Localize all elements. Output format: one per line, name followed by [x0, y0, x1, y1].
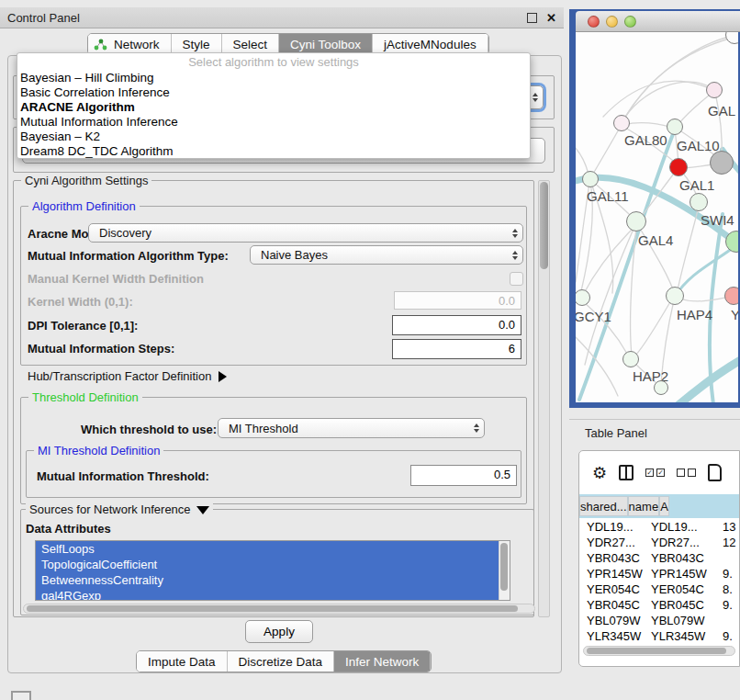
network-node-label: GAL4	[638, 232, 673, 248]
control-panel-titlebar: Control Panel ✕	[0, 7, 564, 28]
network-node-label: GCY1	[576, 309, 611, 324]
bottom-tabbar: Impute DataDiscretize DataInfer Network	[136, 650, 432, 672]
attributes-vscrollbar[interactable]	[499, 541, 510, 600]
close-traffic-light[interactable]	[588, 16, 600, 28]
zoom-traffic-light[interactable]	[624, 16, 636, 28]
table-row[interactable]: YDL19... YDL19... 13	[579, 519, 739, 535]
mi-steps-field[interactable]: 6	[392, 339, 521, 359]
table-row[interactable]: YBR043C YBR043C	[579, 550, 739, 566]
which-threshold-combo[interactable]: MI Threshold	[218, 418, 485, 438]
cell-shared-name: YPR145W	[579, 566, 644, 581]
manual-kernel-label: Manual Kernel Width Definition	[28, 272, 204, 286]
table-row[interactable]: YBR045C YBR045C 9.	[579, 597, 739, 613]
network-window-titlebar[interactable]	[576, 11, 740, 32]
scroll-thumb[interactable]	[500, 543, 508, 591]
table-hscrollbar[interactable]	[583, 646, 735, 656]
sources-toggle[interactable]: Sources for Network Inference	[26, 502, 213, 516]
dropdown-item[interactable]: Dream8 DC_TDC Algorithm	[17, 144, 530, 159]
attribute-item[interactable]: SelfLoops	[36, 541, 510, 557]
apply-button[interactable]: Apply	[245, 620, 313, 643]
column-header[interactable]: name	[628, 496, 660, 516]
column-header[interactable]: A	[659, 496, 669, 516]
network-node[interactable]	[666, 287, 684, 305]
network-node[interactable]	[654, 380, 668, 395]
network-node[interactable]	[669, 158, 688, 176]
cell-name: YER054C	[644, 581, 708, 597]
kernel-width-label: Kernel Width (0,1):	[28, 295, 133, 309]
cell-name: YLR345W	[644, 628, 708, 644]
settings-scroll-thumb[interactable]	[540, 182, 548, 269]
network-node[interactable]	[690, 193, 708, 211]
dropdown-item[interactable]: Bayesian – K2	[17, 130, 530, 144]
export-table-icon[interactable]	[708, 464, 722, 481]
tab[interactable]: Cyni Toolbox	[279, 34, 373, 54]
network-node[interactable]	[582, 171, 599, 187]
mi-steps-label: Mutual Information Steps:	[28, 342, 174, 356]
stepper-icon	[508, 251, 522, 260]
network-node-label: GAL	[708, 103, 735, 119]
network-node[interactable]	[706, 82, 723, 98]
attribute-item[interactable]: TopologicalCoefficient	[36, 557, 510, 572]
aracne-mode-combo[interactable]: Discovery	[88, 223, 523, 243]
tab-label: Style	[183, 38, 210, 51]
threshold-definition-title: Threshold Definition	[28, 390, 142, 404]
attribute-item[interactable]: BetweennessCentrality	[36, 572, 510, 588]
cell-value: 13	[708, 519, 739, 535]
attributes-hscrollbar[interactable]	[23, 604, 535, 614]
table-row[interactable]: YPR145W YPR145W 9.	[579, 566, 739, 581]
tab[interactable]: Infer Network	[334, 651, 431, 672]
table-row[interactable]: YBL079W YBL079W	[579, 613, 739, 628]
cell-name: YBR045C	[644, 597, 708, 613]
dpi-tolerance-field[interactable]: 0.0	[392, 315, 521, 335]
scroll-thumb[interactable]	[27, 605, 518, 612]
close-icon[interactable]: ✕	[546, 11, 556, 25]
manual-kernel-checkbox	[510, 272, 523, 286]
attribute-item[interactable]: gal4RGexp	[36, 588, 510, 601]
data-attributes-list: SelfLoopsTopologicalCoefficientBetweenne…	[35, 540, 510, 601]
float-window-icon[interactable]	[527, 13, 537, 23]
data-attributes-label: Data Attributes	[26, 522, 111, 536]
table-row[interactable]: YDR27... YDR27... 12	[579, 535, 739, 550]
network-node-label: GAL11	[587, 188, 629, 204]
expand-arrow-icon	[219, 371, 227, 382]
cell-shared-name: YBL079W	[579, 613, 644, 628]
cell-name: YDR27...	[644, 535, 708, 550]
dropdown-item[interactable]: Basic Correlation Inference	[17, 85, 530, 100]
gear-icon[interactable]: ⚙	[592, 465, 607, 481]
network-node-label: GAL10	[677, 138, 720, 153]
hub-definition-toggle[interactable]: Hub/Transcription Factor Definition	[28, 369, 227, 383]
network-node[interactable]	[613, 115, 630, 131]
select-all-icon[interactable]: ✓✓	[645, 469, 665, 477]
dropdown-item[interactable]: ARACNE Algorithm	[17, 100, 530, 115]
dropdown-item[interactable]: Bayesian – Hill Climbing	[17, 71, 530, 85]
network-node[interactable]	[724, 287, 738, 305]
dock-panel-icon[interactable]	[11, 691, 31, 700]
network-node[interactable]	[710, 151, 734, 175]
tab[interactable]: Style	[172, 34, 222, 54]
dropdown-item[interactable]: Mutual Information Inference	[17, 115, 530, 130]
column-header[interactable]: shared...	[579, 496, 628, 516]
tab[interactable]: Impute Data	[137, 651, 228, 672]
mi-threshold-field[interactable]: 0.5	[410, 465, 517, 486]
minimize-traffic-light[interactable]	[606, 16, 618, 28]
network-node[interactable]	[622, 351, 639, 367]
cell-shared-name: YBR045C	[579, 597, 644, 613]
table-row[interactable]: YLR345W YLR345W 9.	[579, 628, 739, 644]
mi-type-combo[interactable]: Naive Bayes	[250, 245, 523, 265]
tab[interactable]: Select	[222, 34, 280, 54]
tab[interactable]: Discretize Data	[228, 651, 335, 672]
tab[interactable]: jActiveMNodules	[373, 34, 488, 54]
kernel-width-field: 0.0	[394, 291, 521, 310]
network-canvas[interactable]: GALGAL80GAL10GAL1GAL11SWI4GAL4GCY1HAP4YH…	[576, 32, 738, 402]
network-node[interactable]	[667, 119, 683, 135]
deselect-all-icon[interactable]	[677, 469, 696, 477]
show-columns-icon[interactable]	[619, 465, 633, 480]
table-toolbar: ⚙ ✓✓	[579, 451, 739, 494]
scroll-thumb[interactable]	[587, 648, 726, 654]
tab-label: Infer Network	[345, 655, 419, 669]
tab-label: jActiveMNodules	[384, 38, 477, 51]
table-row[interactable]: YER054C YER054C 8.	[579, 581, 739, 597]
table-header: shared...nameA	[579, 494, 739, 518]
mi-type-label: Mutual Information Algorithm Type:	[28, 249, 229, 263]
network-node[interactable]	[626, 211, 646, 231]
